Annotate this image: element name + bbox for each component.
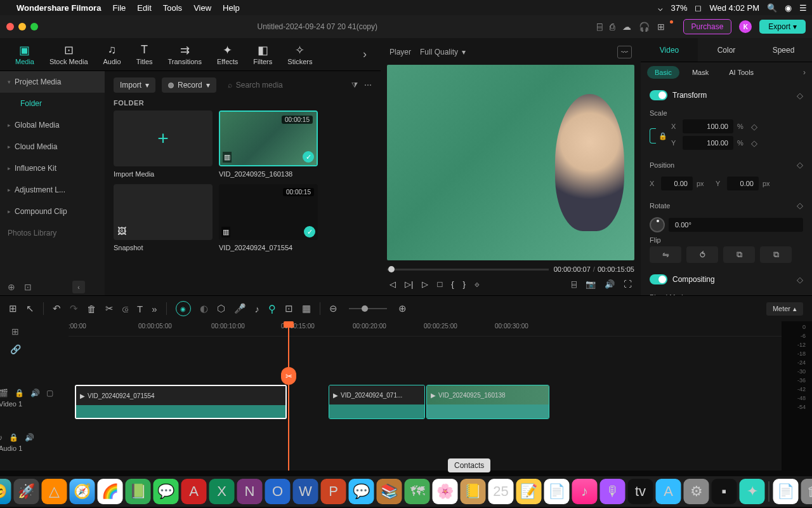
purchase-button[interactable]: Purchase — [683, 19, 732, 34]
subtab-basic[interactable]: Basic — [647, 66, 679, 79]
tab-effects[interactable]: ✦Effects — [211, 41, 244, 68]
media-card-import[interactable]: + Import Media — [114, 110, 213, 178]
dock-launchpad[interactable]: 🚀 — [14, 479, 39, 504]
save-icon[interactable]: ⎙ — [610, 22, 615, 32]
dock-maps[interactable]: 🗺 — [405, 479, 430, 504]
player-scrubber[interactable] — [387, 269, 549, 271]
dock-filmora[interactable]: ✦ — [740, 479, 765, 504]
track-lock-icon[interactable]: 🔒 — [9, 433, 18, 442]
tl-add-track-icon[interactable]: ⊞ — [0, 323, 30, 340]
props-tab-speed[interactable]: Speed — [755, 38, 812, 62]
tab-titles[interactable]: TTitles — [130, 41, 159, 68]
tl-undo-icon[interactable]: ↶ — [53, 303, 61, 314]
tl-mic-icon[interactable]: 🎤 — [234, 303, 246, 314]
dock-trash[interactable]: 🗑 — [801, 479, 813, 504]
transform-toggle[interactable] — [650, 90, 667, 100]
track-visible-icon[interactable]: 🔊 — [30, 389, 40, 398]
dock-vlc[interactable]: △ — [42, 479, 67, 504]
sidebar-compound-clip[interactable]: ▸Compound Clip — [0, 201, 105, 222]
tl-more-icon[interactable]: » — [152, 304, 157, 314]
tl-grid-icon[interactable]: ▦ — [302, 303, 311, 314]
tl-delete-icon[interactable]: 🗑 — [87, 304, 96, 314]
position-x-input[interactable] — [661, 177, 693, 190]
dock-settings[interactable]: ⚙ — [684, 479, 709, 504]
sidebar-project-media[interactable]: ▾Project Media — [0, 71, 105, 93]
sidebar-folder[interactable]: Folder — [0, 93, 105, 114]
tl-zoom-out-icon[interactable]: ⊖ — [329, 303, 337, 314]
tl-record-icon[interactable]: ⊡ — [285, 303, 293, 314]
scale-x-input[interactable] — [683, 119, 733, 133]
dock-safari[interactable]: 🧭 — [70, 479, 95, 504]
tl-link-icon[interactable]: 🔗 — [0, 340, 30, 358]
tl-music-icon[interactable]: ♪ — [255, 304, 260, 314]
sidebar-adjustment-layer[interactable]: ▸Adjustment L... — [0, 179, 105, 201]
fullscreen-icon[interactable]: ⛶ — [624, 279, 632, 289]
tl-redo-icon[interactable]: ↷ — [70, 303, 78, 314]
record-dropdown[interactable]: Record▾ — [162, 77, 216, 93]
dock-app-1[interactable]: 📗 — [126, 479, 151, 504]
menu-edit[interactable]: Edit — [137, 3, 151, 13]
subtab-ai-tools[interactable]: AI Tools — [721, 66, 761, 79]
menu-file[interactable]: File — [112, 3, 126, 13]
app-name[interactable]: Wondershare Filmora — [16, 3, 101, 13]
playhead-scissors-icon[interactable]: ✂ — [281, 367, 296, 385]
dock-powerpoint[interactable]: P — [321, 479, 346, 504]
flip-copy-v-button[interactable]: ⧉ — [760, 246, 792, 263]
lock-icon[interactable]: 🔒 — [658, 132, 667, 140]
subtabs-more-icon[interactable]: › — [803, 68, 806, 77]
compositing-toggle[interactable] — [650, 274, 667, 284]
dock-chrome[interactable]: 🌈 — [98, 479, 123, 504]
import-dropdown[interactable]: Import▾ — [114, 77, 155, 93]
keyframe-icon[interactable]: ◇ — [797, 91, 803, 100]
keyframe-icon[interactable]: ◇ — [751, 122, 757, 131]
timeline-ruler[interactable]: :00:00 00:00:05:00 00:00:10:00 00:00:15:… — [69, 321, 782, 337]
sidebar-global-media[interactable]: ▸Global Media — [0, 114, 105, 136]
scale-y-input[interactable] — [683, 136, 733, 150]
tl-cut-icon[interactable]: ✂ — [105, 303, 114, 314]
flip-vertical-button[interactable]: ⥀ — [686, 246, 718, 263]
flip-horizontal-button[interactable]: ⇋ — [650, 246, 681, 263]
keyframe-icon[interactable]: ◇ — [797, 160, 803, 170]
tab-stock-media[interactable]: ⊡Stock Media — [43, 41, 95, 68]
dock-podcasts[interactable]: 🎙 — [600, 479, 625, 504]
media-card-video-2[interactable]: 00:00:15▥✓ VID_20240924_071554 — [219, 184, 318, 251]
keyframe-icon[interactable]: ◇ — [797, 201, 803, 210]
media-card-video-1[interactable]: 00:00:15▥✓ VID_20240925_160138 — [219, 110, 318, 178]
player-viewport[interactable] — [387, 65, 634, 260]
prev-frame-icon[interactable]: ◁ — [390, 279, 396, 289]
props-tab-color[interactable]: Color — [698, 38, 755, 62]
siri-icon[interactable]: ◉ — [785, 3, 792, 13]
track-mute-icon[interactable]: ▢ — [46, 389, 53, 398]
dock-books[interactable]: 📚 — [377, 479, 402, 504]
camera-icon[interactable]: 📷 — [586, 279, 596, 289]
filter-icon[interactable]: ⧩ — [351, 81, 358, 90]
menu-tools[interactable]: Tools — [163, 3, 182, 13]
stop-icon[interactable]: □ — [437, 279, 442, 289]
timeline-clip-3[interactable]: ▶VID_20240925_160138 — [426, 385, 549, 419]
menu-help[interactable]: Help — [223, 3, 240, 13]
dock-onenote[interactable]: N — [237, 479, 263, 504]
rotate-input[interactable] — [669, 218, 803, 232]
dock-app-2[interactable]: 💬 — [349, 479, 374, 504]
import-plus-icon[interactable]: + — [114, 110, 213, 166]
dock-file[interactable]: 📄 — [773, 479, 799, 504]
cloud-icon[interactable]: ☁ — [622, 22, 631, 32]
headphones-icon[interactable]: 🎧 — [639, 22, 650, 32]
menu-view[interactable]: View — [193, 3, 211, 13]
rotate-knob[interactable] — [650, 217, 665, 232]
play-icon[interactable]: ▷ — [422, 279, 428, 289]
export-button[interactable]: Export▾ — [759, 20, 806, 34]
tl-zoom-in-icon[interactable]: ⊕ — [398, 303, 407, 314]
window-close[interactable] — [6, 23, 14, 30]
timeline-clip-2[interactable]: ▶VID_20240924_071... — [329, 385, 425, 419]
tl-color-icon[interactable]: ◐ — [200, 303, 208, 314]
dock-music[interactable]: ♪ — [572, 479, 598, 504]
tl-add-icon[interactable]: ⊞ — [9, 303, 17, 314]
dock-finder[interactable]: 😊 — [0, 479, 11, 504]
tab-audio[interactable]: ♫Audio — [97, 41, 128, 68]
dock-acrobat[interactable]: A — [181, 479, 207, 504]
subtab-mask[interactable]: Mask — [684, 66, 716, 79]
datetime[interactable]: Wed 4:02 PM — [709, 3, 759, 13]
dock-excel[interactable]: X — [209, 479, 235, 504]
position-y-input[interactable] — [727, 177, 759, 190]
